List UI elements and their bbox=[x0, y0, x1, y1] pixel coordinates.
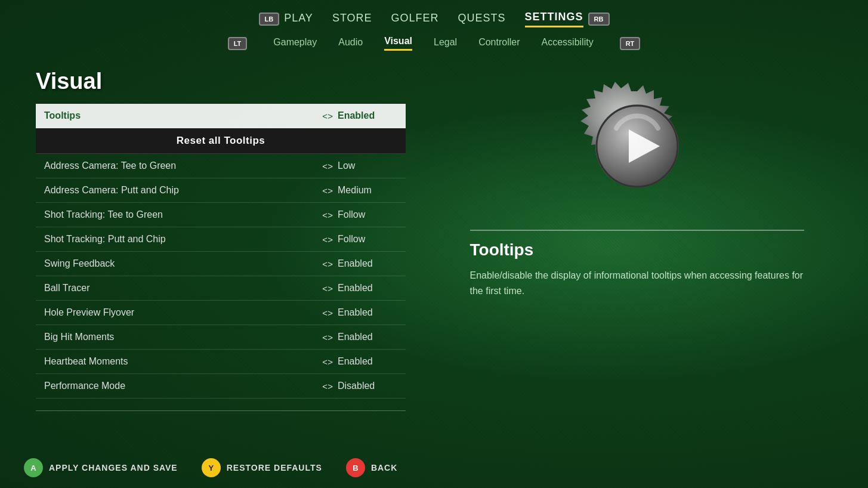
info-title: Tooltips bbox=[470, 240, 804, 260]
subnav-controller[interactable]: Controller bbox=[478, 37, 520, 50]
row-address-camera-tee[interactable]: Address Camera: Tee to Green < > Low bbox=[36, 154, 406, 178]
row-label-big-hit: Big Hit Moments bbox=[44, 332, 316, 342]
row-label-address-putt: Address Camera: Putt and Chip bbox=[44, 185, 316, 196]
back-label: BACK bbox=[371, 463, 397, 472]
row-label-performance: Performance Mode bbox=[44, 381, 316, 391]
row-label-shot-putt: Shot Tracking: Putt and Chip bbox=[44, 234, 316, 245]
nav-item-play[interactable]: PLAY bbox=[284, 12, 313, 27]
row-arrows-ball-tracer[interactable]: < > bbox=[322, 283, 332, 294]
nav-item-golfer[interactable]: GOLFER bbox=[391, 12, 439, 27]
nav-item-settings[interactable]: SETTINGS bbox=[525, 11, 583, 27]
restore-label: RESTORE DEFAULTS bbox=[227, 463, 322, 472]
row-shot-tracking-tee[interactable]: Shot Tracking: Tee to Green < > Follow bbox=[36, 203, 406, 227]
row-swing-feedback[interactable]: Swing Feedback < > Enabled bbox=[36, 252, 406, 276]
row-value-address-tee: Low bbox=[338, 160, 397, 171]
row-reset[interactable]: Reset all Tooltips bbox=[36, 128, 406, 154]
lt-button[interactable]: LT bbox=[228, 37, 248, 50]
row-arrows-address-putt[interactable]: < > bbox=[322, 186, 332, 196]
top-nav: LB PLAY STORE GOLFER QUESTS SETTINGS RB bbox=[0, 0, 868, 27]
row-arrows-performance[interactable]: < > bbox=[322, 381, 332, 391]
info-description: Enable/disable the display of informatio… bbox=[470, 268, 804, 298]
a-button-icon: A bbox=[24, 458, 43, 477]
row-label-hole-preview: Hole Preview Flyover bbox=[44, 307, 316, 318]
row-label-address-tee: Address Camera: Tee to Green bbox=[44, 160, 316, 171]
row-value-heartbeat: Enabled bbox=[338, 356, 397, 367]
settings-table: Tooltips < > Enabled Reset all Tooltips … bbox=[36, 104, 406, 399]
row-label-swing: Swing Feedback bbox=[44, 258, 316, 269]
left-panel: Visual Tooltips < > Enabled Reset all To… bbox=[36, 69, 406, 417]
row-arrows-heartbeat[interactable]: < > bbox=[322, 357, 332, 367]
row-tooltips[interactable]: Tooltips < > Enabled bbox=[36, 104, 406, 128]
row-arrows-shot-putt[interactable]: < > bbox=[322, 234, 332, 245]
b-button-icon: B bbox=[346, 458, 365, 477]
row-arrows-big-hit[interactable]: < > bbox=[322, 332, 332, 342]
action-restore[interactable]: Y RESTORE DEFAULTS bbox=[202, 458, 322, 477]
row-arrows-swing[interactable]: < > bbox=[322, 259, 332, 269]
row-value-big-hit: Enabled bbox=[338, 332, 397, 342]
row-arrows-hole-preview[interactable]: < > bbox=[322, 308, 332, 318]
subnav-accessibility[interactable]: Accessibility bbox=[542, 37, 594, 50]
row-arrows-shot-tee[interactable]: < > bbox=[322, 210, 332, 220]
nav-item-store[interactable]: STORE bbox=[332, 12, 372, 27]
row-shot-tracking-putt[interactable]: Shot Tracking: Putt and Chip < > Follow bbox=[36, 227, 406, 252]
row-hole-preview[interactable]: Hole Preview Flyover < > Enabled bbox=[36, 301, 406, 325]
reset-label: Reset all Tooltips bbox=[177, 135, 265, 147]
row-label-heartbeat: Heartbeat Moments bbox=[44, 356, 316, 367]
row-value-swing: Enabled bbox=[338, 258, 397, 269]
row-label-tooltips: Tooltips bbox=[44, 110, 316, 121]
sub-nav: LT Gameplay Audio Visual Legal Controlle… bbox=[0, 27, 868, 51]
row-label-shot-tee: Shot Tracking: Tee to Green bbox=[44, 209, 316, 220]
subnav-audio[interactable]: Audio bbox=[338, 37, 363, 50]
nav-item-quests[interactable]: QUESTS bbox=[458, 12, 506, 27]
page-title: Visual bbox=[36, 69, 406, 94]
row-address-camera-putt[interactable]: Address Camera: Putt and Chip < > Medium bbox=[36, 178, 406, 203]
lb-button[interactable]: LB bbox=[259, 13, 280, 26]
row-value-ball-tracer: Enabled bbox=[338, 283, 397, 294]
row-value-shot-putt: Follow bbox=[338, 234, 397, 245]
row-arrows-tooltips[interactable]: < > bbox=[322, 111, 332, 121]
action-back[interactable]: B BACK bbox=[346, 458, 397, 477]
right-panel: Tooltips Enable/disable the display of i… bbox=[430, 69, 844, 417]
row-arrows-address-tee[interactable]: < > bbox=[322, 161, 332, 171]
main-layout: Visual Tooltips < > Enabled Reset all To… bbox=[0, 57, 868, 417]
bottom-divider bbox=[36, 410, 406, 411]
row-value-tooltips: Enabled bbox=[338, 110, 397, 121]
row-big-hit[interactable]: Big Hit Moments < > Enabled bbox=[36, 325, 406, 350]
action-apply[interactable]: A APPLY CHANGES AND SAVE bbox=[24, 458, 178, 477]
nav-items: PLAY STORE GOLFER QUESTS SETTINGS bbox=[284, 11, 583, 27]
apply-label: APPLY CHANGES AND SAVE bbox=[49, 463, 178, 472]
subnav-gameplay[interactable]: Gameplay bbox=[273, 37, 317, 50]
subnav-visual[interactable]: Visual bbox=[384, 36, 412, 51]
row-value-hole-preview: Enabled bbox=[338, 307, 397, 318]
info-panel: Tooltips Enable/disable the display of i… bbox=[470, 230, 804, 298]
settings-icon bbox=[572, 81, 703, 212]
rt-button[interactable]: RT bbox=[620, 37, 641, 50]
rb-button[interactable]: RB bbox=[588, 13, 610, 26]
row-value-address-putt: Medium bbox=[338, 185, 397, 196]
row-ball-tracer[interactable]: Ball Tracer < > Enabled bbox=[36, 276, 406, 301]
row-value-shot-tee: Follow bbox=[338, 209, 397, 220]
row-heartbeat[interactable]: Heartbeat Moments < > Enabled bbox=[36, 350, 406, 374]
y-button-icon: Y bbox=[202, 458, 221, 477]
bottom-bar: A APPLY CHANGES AND SAVE Y RESTORE DEFAU… bbox=[0, 447, 868, 488]
row-performance[interactable]: Performance Mode < > Disabled bbox=[36, 374, 406, 399]
subnav-legal[interactable]: Legal bbox=[434, 37, 457, 50]
row-value-performance: Disabled bbox=[338, 381, 397, 391]
row-label-ball-tracer: Ball Tracer bbox=[44, 283, 316, 294]
